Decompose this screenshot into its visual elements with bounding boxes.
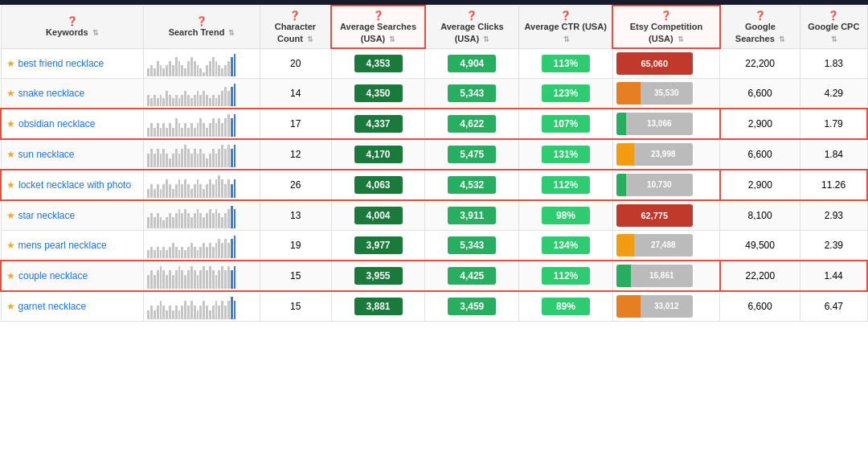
help-icon-google-cpc[interactable]: ❓ — [828, 10, 839, 21]
help-icon-trend[interactable]: ❓ — [196, 15, 207, 27]
trend-cell — [144, 78, 260, 109]
google-searches-cell: 2,900 — [720, 170, 800, 200]
google-searches-cell: 8,100 — [720, 200, 800, 231]
keywords-header: ❓ Keywords ⇅ — [1, 6, 144, 48]
avg-searches-cell: 4,004 — [331, 200, 425, 231]
avg-searches-cell: 4,170 — [331, 139, 425, 170]
char-count-cell: 15 — [260, 261, 331, 291]
avg-searches-cell: 4,337 — [331, 109, 425, 139]
trend-cell — [144, 291, 260, 322]
avg-clicks-cell: 3,459 — [425, 291, 519, 322]
google-searches-cell: 6,600 — [720, 291, 800, 322]
etsy-comp-label: Etsy Competition (USA) — [630, 22, 702, 43]
google-cpc-cell: 1.83 — [800, 48, 867, 78]
help-icon-avg-searches[interactable]: ❓ — [373, 10, 384, 21]
star-icon[interactable]: ★ — [6, 240, 15, 251]
star-icon[interactable]: ★ — [6, 210, 15, 221]
star-icon[interactable]: ★ — [6, 88, 15, 99]
google-searches-cell: 22,200 — [720, 261, 800, 291]
help-icon-avg-ctr[interactable]: ❓ — [560, 10, 571, 21]
keyword-cell[interactable]: ★garnet necklace — [1, 291, 144, 322]
star-icon[interactable]: ★ — [6, 270, 15, 281]
sort-icon-avg-clicks[interactable]: ⇅ — [483, 35, 489, 43]
keyword-link[interactable]: couple necklace — [18, 270, 88, 281]
avg-ctr-cell: 89% — [519, 291, 613, 322]
keyword-link[interactable]: best friend necklace — [18, 58, 104, 69]
keyword-link[interactable]: mens pearl necklace — [18, 240, 107, 251]
avg-ctr-cell: 98% — [519, 200, 613, 231]
etsy-comp-cell: 13,066 — [612, 109, 719, 139]
google-searches-cell: 22,200 — [720, 48, 800, 78]
avg-clicks-cell: 4,532 — [425, 170, 519, 200]
trend-cell — [144, 230, 260, 261]
sort-icon-keywords[interactable]: ⇅ — [92, 29, 99, 37]
keyword-cell[interactable]: ★couple necklace — [1, 261, 144, 291]
star-icon[interactable]: ★ — [6, 58, 15, 69]
avg-clicks-cell: 3,911 — [425, 200, 519, 231]
google-searches-cell: 6,600 — [720, 139, 800, 170]
sort-icon-trend[interactable]: ⇅ — [228, 29, 235, 37]
keyword-cell[interactable]: ★sun necklace — [1, 139, 144, 170]
avg-ctr-cell: 134% — [519, 230, 613, 261]
star-icon[interactable]: ★ — [6, 179, 15, 191]
avg-ctr-label: Average CTR (USA) — [525, 22, 607, 31]
star-icon[interactable]: ★ — [6, 118, 15, 129]
sort-icon-avg-ctr[interactable]: ⇅ — [563, 35, 570, 43]
star-icon[interactable]: ★ — [6, 149, 15, 160]
etsy-comp-cell: 62,775 — [612, 200, 719, 231]
search-trend-header: ❓ Search Trend ⇅ — [144, 6, 260, 48]
google-cpc-cell: 1.79 — [800, 109, 867, 139]
avg-clicks-cell: 4,425 — [425, 261, 519, 291]
google-searches-cell: 2,900 — [720, 109, 800, 139]
table-row: ★obsidian necklace174,3374,622107%13,066… — [1, 109, 867, 139]
table-row: ★couple necklace153,9554,425112%16,86122… — [1, 261, 867, 291]
star-icon[interactable]: ★ — [6, 301, 15, 312]
keyword-link[interactable]: sun necklace — [18, 149, 75, 160]
sort-icon-google-searches[interactable]: ⇅ — [779, 35, 785, 43]
etsy-comp-cell: 16,861 — [612, 261, 719, 291]
avg-ctr-cell: 113% — [519, 48, 613, 78]
keyword-link[interactable]: snake necklace — [18, 88, 85, 99]
search-trend-label: Search Trend — [169, 27, 225, 37]
avg-ctr-cell: 107% — [519, 109, 613, 139]
keyword-link[interactable]: garnet necklace — [18, 301, 87, 312]
help-icon-google-searches[interactable]: ❓ — [755, 10, 766, 21]
help-icon-keywords[interactable]: ❓ — [67, 15, 78, 27]
avg-searches-header: ❓ Average Searches (USA) ⇅ — [331, 6, 425, 48]
etsy-comp-cell: 35,530 — [612, 78, 719, 109]
keyword-link[interactable]: obsidian necklace — [18, 118, 95, 129]
keyword-cell[interactable]: ★best friend necklace — [1, 48, 144, 78]
sort-icon-etsy[interactable]: ⇅ — [678, 35, 684, 43]
etsy-comp-header: ❓ Etsy Competition (USA) ⇅ — [612, 6, 719, 48]
help-icon-etsy[interactable]: ❓ — [661, 10, 672, 21]
help-icon-char[interactable]: ❓ — [289, 10, 301, 21]
sort-icon-google-cpc[interactable]: ⇅ — [831, 35, 837, 43]
sort-icon-avg-searches[interactable]: ⇅ — [389, 35, 395, 43]
avg-clicks-cell: 5,343 — [425, 230, 519, 261]
table-row: ★star necklace134,0043,91198%62,7758,100… — [1, 200, 867, 231]
avg-clicks-cell: 4,622 — [425, 109, 519, 139]
keyword-cell[interactable]: ★star necklace — [1, 200, 144, 231]
avg-searches-cell: 3,955 — [331, 261, 425, 291]
avg-clicks-cell: 5,343 — [425, 78, 519, 109]
google-cpc-cell: 6.47 — [800, 291, 867, 322]
keyword-cell[interactable]: ★mens pearl necklace — [1, 230, 144, 261]
google-searches-header: ❓ Google Searches ⇅ — [720, 6, 800, 48]
keyword-link[interactable]: locket necklace with photo — [18, 179, 131, 191]
google-cpc-cell: 4.29 — [800, 78, 867, 109]
etsy-comp-cell: 27,488 — [612, 230, 719, 261]
keyword-cell[interactable]: ★obsidian necklace — [1, 109, 144, 139]
char-count-cell: 20 — [260, 48, 331, 78]
help-icon-avg-clicks[interactable]: ❓ — [466, 10, 477, 21]
sort-icon-char[interactable]: ⇅ — [307, 35, 313, 43]
google-cpc-cell: 1.84 — [800, 139, 867, 170]
char-count-cell: 15 — [260, 291, 331, 322]
char-count-cell: 17 — [260, 109, 331, 139]
table-row: ★sun necklace124,1705,475131%23,9986,600… — [1, 139, 867, 170]
keyword-cell[interactable]: ★snake necklace — [1, 78, 144, 109]
avg-clicks-label: Average Clicks (USA) — [440, 22, 503, 43]
etsy-comp-cell: 33,012 — [612, 291, 719, 322]
keyword-cell[interactable]: ★locket necklace with photo — [1, 170, 144, 200]
keyword-link[interactable]: star necklace — [18, 210, 76, 221]
avg-searches-label: Average Searches (USA) — [340, 22, 416, 43]
